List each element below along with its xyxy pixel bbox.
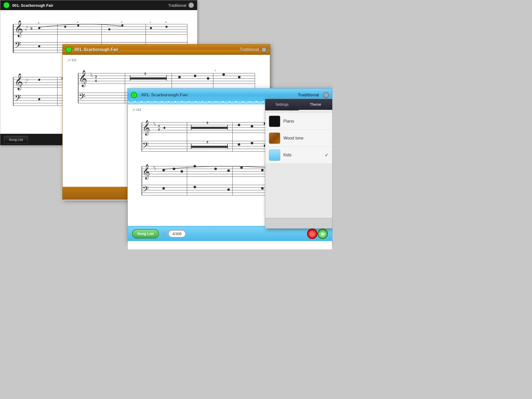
swatch-wood (269, 132, 280, 144)
svg-text:5: 5 (38, 22, 39, 24)
svg-text:♭: ♭ (25, 27, 27, 31)
title-bar-wood: 001. Scarborough Fair Traditional (63, 44, 270, 55)
svg-text:4: 4 (77, 21, 78, 23)
svg-point-24 (108, 28, 110, 30)
svg-rect-128 (191, 127, 228, 129)
svg-point-176 (261, 187, 264, 190)
svg-text:1: 1 (150, 21, 151, 23)
svg-text:𝄢: 𝄢 (79, 92, 85, 104)
window2-composer: Traditional (240, 47, 259, 52)
page-counter: 4/308 (168, 230, 186, 237)
play-button[interactable]: ▶ (317, 229, 328, 239)
swatch-piano (269, 116, 280, 127)
play-icon: ▶ (322, 231, 325, 236)
svg-text:𝄞: 𝄞 (79, 70, 87, 87)
gear-icon-kids[interactable] (323, 92, 329, 98)
svg-text:5: 5 (30, 26, 32, 31)
settings-tabs: Settings Theme (265, 99, 332, 110)
svg-rect-132 (191, 146, 228, 148)
theme-name-kids: Kids (283, 153, 291, 157)
svg-text:1: 1 (215, 69, 216, 72)
theme-list: Piano Wood tone Kids ✓ (265, 110, 332, 166)
svg-text:𝄞: 𝄞 (142, 120, 150, 136)
svg-point-99 (207, 77, 209, 80)
svg-point-26 (150, 27, 152, 29)
logo-icon-kids (131, 92, 137, 98)
svg-point-168 (214, 168, 217, 170)
title-bar-left-kids: 001. Scarborough Fair (131, 92, 188, 98)
svg-point-104 (238, 76, 241, 78)
song-list-btn-kids[interactable]: Song List (132, 229, 159, 238)
svg-point-62 (38, 98, 40, 100)
logo-inner-kids (133, 94, 135, 96)
gear-icon-wood[interactable] (261, 47, 267, 52)
song-list-btn-piano[interactable]: Song List (4, 136, 28, 143)
theme-item-piano[interactable]: Piano (265, 113, 332, 130)
check-mark-kids: ✓ (325, 152, 329, 158)
svg-point-136 (238, 124, 240, 126)
title-bar-left-piano: 001. Scarborough Fair (3, 2, 53, 8)
title-bar-right-piano: Traditional (168, 2, 194, 8)
svg-text:𝄞: 𝄞 (15, 73, 23, 90)
svg-point-169 (227, 169, 230, 172)
svg-point-140 (238, 143, 240, 146)
svg-text:2: 2 (121, 21, 122, 23)
theme-name-piano: Piano (283, 119, 294, 124)
svg-point-56 (38, 79, 40, 81)
theme-item-kids[interactable]: Kids ✓ (265, 147, 332, 164)
favorite-btn[interactable]: ☆ (159, 229, 168, 238)
window1-composer: Traditional (168, 3, 186, 8)
window3-title: 001. Scarborough Fair (141, 92, 188, 98)
svg-text:3: 3 (95, 75, 97, 79)
svg-point-175 (227, 188, 230, 191)
svg-point-137 (251, 125, 253, 128)
svg-text:𝄢: 𝄢 (15, 93, 21, 105)
theme-name-wood: Wood tone (283, 136, 303, 141)
window1-title: 001. Scarborough Fair (12, 3, 53, 8)
svg-point-171 (261, 169, 264, 171)
logo-inner-piano (5, 4, 8, 6)
svg-text:8: 8 (207, 121, 208, 125)
svg-text:4: 4 (158, 128, 160, 131)
svg-rect-127 (164, 127, 165, 129)
svg-text:8: 8 (144, 72, 146, 76)
settings-footer (265, 218, 332, 228)
svg-text:𝄢: 𝄢 (15, 40, 21, 52)
svg-point-166 (181, 170, 183, 173)
svg-text:♭: ♭ (153, 164, 155, 169)
svg-point-165 (173, 168, 175, 170)
svg-text:4: 4 (95, 79, 97, 83)
window3-composer: Traditional (298, 93, 319, 97)
svg-point-141 (251, 142, 253, 144)
tab-settings[interactable]: Settings (265, 99, 299, 110)
tempo-wood: ♩= 112 (68, 58, 265, 62)
theme-item-wood[interactable]: Wood tone (265, 130, 332, 147)
logo-inner-wood (68, 48, 70, 51)
title-bar-piano: 001. Scarborough Fair Traditional (0, 0, 197, 10)
svg-point-98 (194, 75, 196, 77)
svg-text:𝄢: 𝄢 (142, 141, 149, 152)
logo-icon-piano (3, 2, 10, 8)
svg-text:3: 3 (165, 21, 167, 23)
window2-title: 001. Scarborough Fair (75, 47, 118, 52)
svg-rect-89 (130, 77, 167, 79)
title-bar-left-wood: 001. Scarborough Fair (66, 46, 118, 53)
svg-text:♭: ♭ (90, 72, 92, 76)
svg-text:𝄢: 𝄢 (142, 185, 149, 196)
svg-point-103 (222, 73, 225, 76)
swatch-kids (269, 149, 280, 161)
logo-icon-wood (66, 46, 72, 53)
svg-point-22 (64, 26, 66, 28)
gear-icon-piano[interactable] (188, 2, 194, 8)
svg-point-28 (38, 45, 40, 47)
tab-theme[interactable]: Theme (299, 99, 332, 110)
svg-point-97 (178, 76, 181, 78)
settings-panel: Settings Theme Piano Wood tone Kids ✓ (265, 99, 332, 229)
svg-text:𝄞: 𝄞 (15, 20, 23, 37)
svg-text:♭: ♭ (25, 80, 27, 84)
svg-point-23 (77, 24, 79, 26)
title-bar-right-wood: Traditional (240, 47, 267, 52)
svg-point-173 (162, 187, 165, 190)
svg-text:3: 3 (158, 124, 160, 128)
record-button[interactable] (307, 229, 317, 239)
